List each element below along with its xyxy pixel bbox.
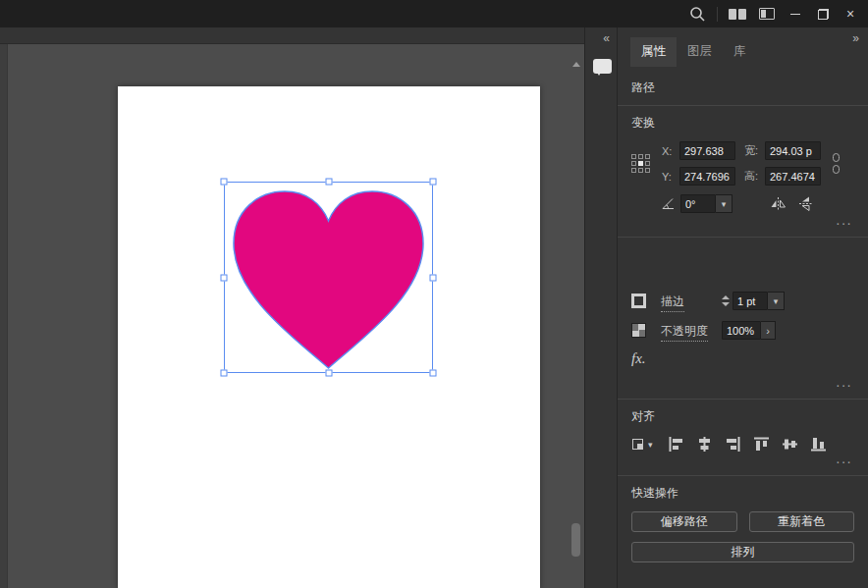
align-vertical-top-button[interactable]: [754, 437, 769, 452]
align-horizontal-center-button[interactable]: [697, 437, 712, 452]
y-label: Y:: [662, 171, 679, 183]
align-bottom-icon: [811, 437, 826, 452]
workspace-switcher-button[interactable]: [723, 0, 752, 27]
restore-icon: [818, 9, 829, 20]
opacity-input[interactable]: [722, 321, 761, 340]
quick-actions-row: 偏移路径 重新着色: [631, 511, 854, 532]
panel-tabs: 属性 图层 库: [630, 37, 757, 67]
transform-fields: X: 宽: Y: 高:: [662, 141, 821, 186]
stroke-combo: ▾: [732, 292, 785, 310]
chevron-down-icon: ▾: [722, 199, 727, 209]
chevron-down-icon: ▾: [648, 440, 653, 450]
offset-path-button[interactable]: 偏移路径: [631, 511, 737, 532]
chevron-down-icon: ▾: [774, 296, 779, 306]
panel-layout-button[interactable]: [752, 0, 782, 27]
search-icon: [689, 6, 706, 23]
rotation-dropdown-button[interactable]: ▾: [716, 194, 732, 213]
align-to-dropdown[interactable]: ▾: [631, 438, 653, 452]
rotation-combo: ▾: [680, 194, 732, 213]
width-input[interactable]: [765, 141, 821, 160]
rotation-input[interactable]: [680, 194, 716, 213]
selection-handle[interactable]: [430, 274, 437, 281]
align-vertical-bottom-button[interactable]: [811, 437, 826, 452]
align-vertical-center-button[interactable]: [783, 437, 797, 452]
artboard[interactable]: [118, 86, 540, 588]
align-horizontal-right-button[interactable]: [726, 437, 740, 452]
selection-handle[interactable]: [325, 370, 332, 377]
stepper-up-icon: [722, 295, 730, 299]
stroke-controls: ▾: [722, 292, 785, 310]
properties-panel: » 属性 图层 库 路径 变换 X:: [617, 27, 868, 588]
scrollbar-thumb[interactable]: [571, 523, 580, 557]
tab-properties[interactable]: 属性: [630, 37, 677, 67]
restore-button[interactable]: [809, 0, 837, 27]
angle-icon: [661, 197, 675, 210]
stroke-dropdown-button[interactable]: ▾: [768, 292, 785, 310]
illustrator-window: ×: [0, 0, 868, 588]
opacity-row: 不透明度 ›: [631, 321, 854, 340]
opacity-link[interactable]: 不透明度: [661, 323, 708, 342]
align-row: ▾: [631, 437, 854, 452]
transform-more-options[interactable]: ···: [633, 218, 852, 228]
workspace-icon: [729, 9, 746, 20]
arrange-button[interactable]: 排列: [631, 542, 854, 562]
panel-body: 路径 变换 X: 宽: Y: 高:: [618, 67, 868, 588]
search-button[interactable]: [682, 0, 712, 27]
tab-layers[interactable]: 图层: [677, 37, 723, 67]
selection-handle[interactable]: [221, 179, 228, 186]
main-area: « » 属性 图层 库 路径 变换: [0, 27, 868, 588]
scroll-up-icon[interactable]: [572, 58, 580, 67]
minimize-button[interactable]: [782, 0, 809, 27]
opacity-expand-button[interactable]: ›: [761, 321, 776, 340]
flip-horizontal-button[interactable]: [770, 197, 787, 210]
document-tab-strip: [0, 27, 584, 44]
width-label: 宽:: [735, 143, 765, 158]
align-section-title: 对齐: [631, 408, 854, 425]
y-input[interactable]: [679, 167, 735, 186]
align-middle-icon: [783, 437, 797, 452]
align-horizontal-left-button[interactable]: [669, 437, 683, 452]
selection-handle[interactable]: [430, 179, 437, 186]
flip-vertical-button[interactable]: [799, 195, 812, 212]
panel-tab-bar: » 属性 图层 库: [618, 27, 868, 67]
rotation-row: ▾: [661, 194, 854, 213]
height-label: 高:: [735, 169, 765, 184]
expand-panels-icon[interactable]: «: [603, 32, 610, 44]
opacity-checker-icon[interactable]: [631, 323, 646, 338]
titlebar: ×: [0, 0, 868, 27]
selection-handle[interactable]: [221, 274, 228, 281]
height-input[interactable]: [765, 167, 821, 186]
recolor-button[interactable]: 重新着色: [749, 511, 855, 532]
stroke-link[interactable]: 描边: [661, 294, 684, 312]
align-top-icon: [754, 437, 769, 452]
close-button[interactable]: ×: [837, 0, 864, 27]
stroke-stepper[interactable]: [722, 295, 730, 306]
x-input[interactable]: [679, 141, 735, 160]
comments-panel-button[interactable]: [590, 54, 614, 78]
align-more-options[interactable]: ···: [633, 456, 852, 466]
heart-shape[interactable]: [224, 182, 433, 373]
canvas[interactable]: [0, 44, 584, 588]
appearance-spacer: [631, 246, 854, 292]
collapse-panels-icon[interactable]: »: [852, 32, 859, 44]
appearance-more-options[interactable]: ···: [633, 380, 852, 390]
selection-type-label: 路径: [631, 80, 854, 96]
transform-section-title: 变换: [631, 115, 854, 132]
broken-chain-icon: [831, 153, 841, 174]
align-to-icon: [631, 438, 645, 452]
stroke-swatch-icon[interactable]: [631, 294, 646, 308]
canvas-vertical-scrollbar[interactable]: [570, 44, 581, 588]
quick-actions-title: 快速操作: [631, 485, 854, 502]
titlebar-separator: [717, 7, 718, 22]
stroke-weight-input[interactable]: [732, 292, 768, 310]
reference-point-locator[interactable]: [631, 154, 650, 173]
fx-button[interactable]: fx.: [631, 350, 646, 367]
selection-handle[interactable]: [430, 370, 437, 377]
selection-handle[interactable]: [221, 370, 228, 377]
selection-handle[interactable]: [325, 179, 332, 186]
collapsed-panel-dock: «: [584, 27, 617, 588]
flip-horizontal-icon: [770, 197, 787, 210]
tab-libraries[interactable]: 库: [723, 37, 757, 67]
constrain-proportions-button[interactable]: [831, 153, 841, 174]
separator: [618, 475, 868, 476]
